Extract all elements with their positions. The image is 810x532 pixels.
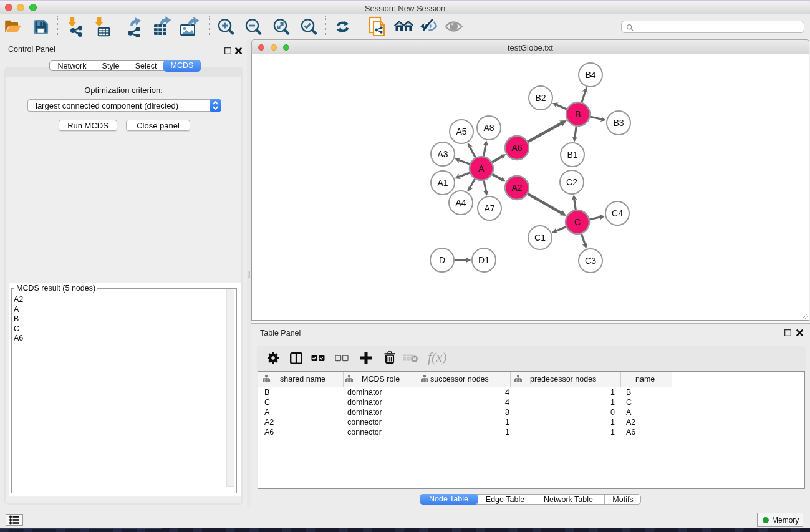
svg-text:A1: A1 <box>437 178 448 188</box>
svg-text:B2: B2 <box>535 93 546 103</box>
svg-text:C2: C2 <box>566 177 577 187</box>
svg-text:B3: B3 <box>613 118 624 128</box>
svg-text:B: B <box>575 109 581 119</box>
svg-text:A7: A7 <box>484 203 494 213</box>
svg-text:A3: A3 <box>437 149 448 159</box>
svg-text:D1: D1 <box>478 255 489 265</box>
svg-text:A2: A2 <box>511 183 522 193</box>
svg-text:C3: C3 <box>585 256 596 266</box>
svg-text:D: D <box>439 255 445 265</box>
svg-text:A8: A8 <box>483 123 494 133</box>
svg-text:B1: B1 <box>567 150 577 160</box>
svg-text:A4: A4 <box>455 198 466 208</box>
svg-text:C4: C4 <box>612 208 623 218</box>
svg-text:A6: A6 <box>511 143 522 153</box>
svg-text:A: A <box>478 163 485 173</box>
svg-text:A5: A5 <box>456 127 466 137</box>
svg-text:B4: B4 <box>585 70 595 80</box>
svg-text:C1: C1 <box>534 233 546 243</box>
svg-text:C: C <box>574 217 581 227</box>
